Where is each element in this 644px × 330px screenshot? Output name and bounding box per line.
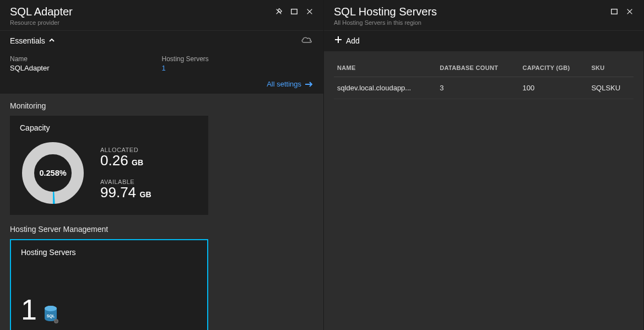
essentials-toggle[interactable]: Essentials bbox=[10, 36, 55, 45]
content-area: Monitoring Capacity 0.258% ALLOCATED bbox=[0, 94, 323, 330]
allocated-value: 0.26 bbox=[100, 152, 128, 169]
add-label: Add bbox=[346, 36, 360, 45]
all-settings-label: All settings bbox=[267, 80, 301, 88]
field-name-value: SQLAdapter bbox=[10, 64, 162, 72]
svg-rect-6 bbox=[611, 9, 618, 14]
close-icon[interactable] bbox=[306, 8, 313, 15]
hsm-title: Hosting Server Management bbox=[10, 225, 313, 234]
col-sku[interactable]: SKU bbox=[588, 59, 634, 77]
allocated-unit: GB bbox=[132, 158, 143, 167]
hosting-servers-tile[interactable]: Hosting Servers 1 SQL bbox=[10, 239, 208, 330]
essentials-body: Name SQLAdapter Hosting Servers 1 bbox=[0, 52, 323, 78]
blade-sql-adapter: SQL Adapter Resource provider Essentials bbox=[0, 0, 324, 330]
available-unit: GB bbox=[140, 190, 151, 199]
blade-header: SQL Hosting Servers All Hosting Servers … bbox=[324, 0, 643, 30]
svg-rect-0 bbox=[291, 9, 297, 14]
capacity-donut-chart: 0.258% bbox=[20, 140, 86, 206]
plus-icon bbox=[334, 35, 343, 46]
pin-icon[interactable] bbox=[275, 8, 283, 15]
capacity-tile-title: Capacity bbox=[20, 123, 198, 132]
blade-sql-hosting-servers: SQL Hosting Servers All Hosting Servers … bbox=[324, 0, 644, 330]
arrow-right-icon bbox=[305, 82, 313, 87]
hosting-count: 1 bbox=[21, 295, 37, 324]
maximize-icon[interactable] bbox=[610, 8, 618, 15]
cloud-icon bbox=[300, 35, 313, 46]
table-row[interactable]: sqldev.local.cloudapp...3100SQLSKU bbox=[334, 77, 634, 99]
cell-sku: SQLSKU bbox=[588, 77, 634, 99]
col-name[interactable]: NAME bbox=[334, 59, 436, 77]
blade-subtitle: All Hosting Servers in this region bbox=[334, 19, 437, 26]
capacity-tile[interactable]: Capacity 0.258% ALLOCATED 0.26 bbox=[10, 116, 208, 215]
servers-table: NAME DATABASE COUNT CAPACITY (GB) SKU sq… bbox=[334, 59, 634, 99]
col-capacity[interactable]: CAPACITY (GB) bbox=[519, 59, 588, 77]
available-value: 99.74 bbox=[100, 184, 136, 201]
maximize-icon[interactable] bbox=[290, 8, 298, 15]
settings-row: All settings bbox=[0, 78, 323, 94]
svg-text:SQL: SQL bbox=[47, 314, 55, 318]
close-icon[interactable] bbox=[626, 8, 634, 15]
cell-name: sqldev.local.cloudapp... bbox=[334, 77, 436, 99]
all-settings-link[interactable]: All settings bbox=[267, 80, 313, 88]
blade-title: SQL Hosting Servers bbox=[334, 6, 437, 18]
field-hosting-label: Hosting Servers bbox=[162, 55, 314, 63]
hosting-tile-title: Hosting Servers bbox=[21, 248, 197, 257]
cell-dbcount: 3 bbox=[436, 77, 519, 99]
command-bar: Add bbox=[324, 30, 643, 51]
capacity-percent: 0.258% bbox=[20, 140, 86, 206]
col-dbcount[interactable]: DATABASE COUNT bbox=[436, 59, 519, 77]
chevron-up-icon bbox=[48, 36, 55, 45]
monitoring-title: Monitoring bbox=[10, 101, 313, 110]
blade-subtitle: Resource provider bbox=[10, 19, 73, 26]
blade-header: SQL Adapter Resource provider bbox=[0, 0, 323, 30]
blade-title: SQL Adapter bbox=[10, 6, 73, 18]
svg-point-3 bbox=[45, 306, 57, 311]
essentials-bar: Essentials bbox=[0, 30, 323, 52]
field-hosting-value[interactable]: 1 bbox=[162, 64, 314, 72]
add-button[interactable]: Add bbox=[334, 35, 360, 46]
sql-database-icon: SQL bbox=[42, 305, 59, 324]
servers-table-wrap: NAME DATABASE COUNT CAPACITY (GB) SKU sq… bbox=[324, 51, 643, 107]
essentials-label: Essentials bbox=[10, 36, 45, 45]
field-name-label: Name bbox=[10, 55, 162, 63]
cell-capacity: 100 bbox=[519, 77, 588, 99]
